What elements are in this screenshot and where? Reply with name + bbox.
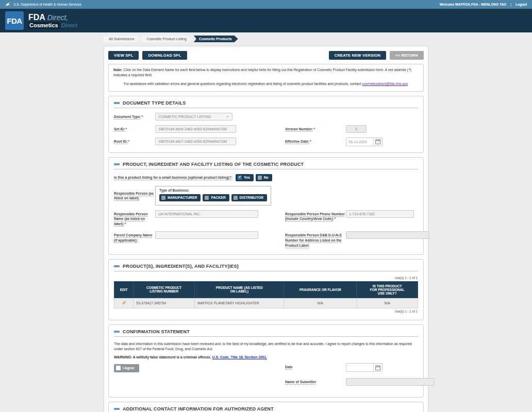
app-banner: FDA FDA Direct, Cosmetics Direct [0, 9, 532, 32]
date-field[interactable] [346, 364, 373, 371]
agency-title: U.S. Department of Health & Human Servic… [13, 3, 81, 6]
logout-link[interactable]: Logout [516, 3, 527, 6]
cell-professional-use: N/A [357, 298, 418, 308]
effective-date-label: Effective Date:* [285, 138, 346, 144]
app-title-fda: FDA [28, 13, 45, 22]
yes-checkbox[interactable]: Yes [236, 174, 254, 181]
effective-date-field[interactable] [346, 138, 373, 146]
table-row: ✎ 53-376417-345754 MAFFICK PLANETARY HIG… [114, 298, 418, 308]
type-of-business-box: Type of Business: MANUFACTURER PACKER DI… [155, 186, 271, 205]
header-professional-use: IS THIS PRODUCT FOR PROFESSIONAL USE ONL… [357, 281, 418, 298]
fda-logo: FDA [5, 11, 24, 30]
responsible-person-name-field[interactable] [155, 210, 258, 218]
app-subtitle-direct: Direct [61, 22, 77, 28]
cell-fragrance: N/A [284, 298, 357, 308]
root-id-field[interactable] [155, 138, 236, 145]
hhs-eagle-icon [5, 2, 11, 7]
distributor-checkbox[interactable]: DISTRIBUTOR [231, 194, 267, 201]
calendar-icon[interactable] [373, 364, 382, 371]
version-number-label: Version Number:* [285, 125, 346, 132]
section-product-ingredient-facility-listing: PRODUCT, INGREDIENT AND FACILITY LISTING… [108, 157, 424, 255]
breadcrumb-all-submissions[interactable]: All Submissions [104, 36, 140, 42]
date-group [346, 363, 383, 372]
us-code-link[interactable]: U.S. Code, Title 18, Section 1001. [212, 355, 267, 359]
unchecked-checkbox-icon [258, 176, 262, 180]
support-email-link[interactable]: cosmeticsdirect@fda.hhs.gov [362, 82, 408, 85]
effective-date-group [346, 138, 383, 146]
topbar-separator: | [510, 3, 511, 6]
document-type-label: Document Type:* [114, 113, 155, 119]
section-title: DOCUMENT TYPE DETAILS [123, 100, 186, 106]
edit-pencil-icon[interactable]: ✎ [122, 300, 126, 306]
collapse-icon[interactable] [114, 331, 120, 333]
section-confirmation-statement: CONFIRMATION STATEMENT The data and info… [108, 324, 424, 398]
section-header: ADDITIONAL CONTACT INFORMATION FOR AUTHO… [114, 406, 418, 412]
set-id-field[interactable] [155, 125, 236, 133]
calendar-icon[interactable] [373, 138, 382, 146]
responsible-person-phone-label: Responsible Person Phone Number (Include… [285, 210, 346, 222]
small-business-toggle: Yes No [236, 174, 272, 181]
return-button[interactable]: << RETURN [390, 51, 424, 60]
chevron-down-icon [226, 115, 229, 118]
unchecked-checkbox-icon [234, 196, 238, 200]
header-fragrance: FRAGRANCE OR FLAVOR [284, 281, 357, 298]
responsible-person-phone-field[interactable] [346, 210, 414, 218]
parent-company-name-field[interactable] [155, 231, 258, 239]
section-additional-contact-info: ADDITIONAL CONTACT INFORMATION FOR AUTHO… [108, 402, 424, 412]
small-business-label: Is this a product listing for a small bu… [114, 175, 232, 180]
name-of-submitter-label: Name of Submitter [285, 378, 346, 385]
section-header: PRODUCT(S), INGREDIENT(S), AND FACILITY(… [114, 264, 418, 271]
note-line2: For assistance with validation errors an… [113, 81, 419, 87]
header-edit: EDIT [114, 281, 134, 298]
duns-number-label: Responsible Person D&B D-U-N-S Number fo… [285, 231, 346, 248]
app-title-direct: Direct, [47, 13, 68, 22]
cell-listing-number: 53-376417-345754 [134, 298, 195, 308]
i-agree-checkbox[interactable]: I Agree [114, 364, 139, 372]
type-of-business-label: Type of Business: [159, 188, 267, 192]
unchecked-checkbox-icon [205, 196, 209, 200]
unchecked-checkbox-icon [116, 366, 121, 370]
unchecked-checkbox-icon [161, 196, 165, 200]
toolbar-spacer [191, 51, 325, 60]
toolbar: VIEW SPL DOWNLOAD SPL CREATE NEW VERSION… [108, 51, 424, 60]
breadcrumb: All Submissions Cosmetic Product Listing… [104, 36, 428, 42]
collapse-icon[interactable] [114, 408, 120, 410]
breadcrumb-cosmetic-product-listing[interactable]: Cosmetic Product Listing [141, 36, 192, 42]
table-header-row: EDIT COSMETIC PRODUCT LISTING NUMBER PRO… [114, 281, 418, 298]
create-new-version-button[interactable]: CREATE NEW VERSION [329, 51, 386, 60]
section-header: PRODUCT, INGREDIENT AND FACILITY LISTING… [114, 162, 418, 169]
section-header: DOCUMENT TYPE DETAILS [114, 100, 418, 108]
collapse-icon[interactable] [114, 265, 120, 267]
page-body: All Submissions Cosmetic Product Listing… [0, 32, 532, 412]
section-title: CONFIRMATION STATEMENT [123, 329, 190, 334]
no-checkbox[interactable]: No [256, 174, 272, 181]
packer-checkbox[interactable]: PACKER [203, 194, 229, 201]
breadcrumb-cosmetic-products[interactable]: Cosmetic Products [194, 36, 238, 42]
header-product-name: PRODUCT NAME (AS LISTED ON LABEL) [195, 281, 284, 298]
row-count-top: row(s) 1 - 1 of 1 [114, 276, 418, 280]
version-number-field[interactable] [346, 125, 367, 133]
header-listing-number: COSMETIC PRODUCT LISTING NUMBER [134, 281, 195, 298]
collapse-icon[interactable] [114, 102, 120, 104]
root-id-label: Root ID:* [114, 138, 155, 144]
section-header: CONFIRMATION STATEMENT [114, 329, 418, 337]
manufacturer-checkbox[interactable]: MANUFACTURER [159, 194, 201, 201]
name-of-submitter-field[interactable] [346, 378, 435, 386]
document-type-select[interactable]: COSMETIC PRODUCT LISTING [155, 113, 232, 121]
agree-container: I Agree [114, 363, 285, 392]
date-label: Date [285, 363, 346, 370]
set-id-label: Set ID:* [114, 125, 155, 132]
view-spl-button[interactable]: VIEW SPL [108, 51, 139, 60]
section-document-type-details: DOCUMENT TYPE DETAILS Document Type:* CO… [108, 96, 424, 153]
form-card: VIEW SPL DOWNLOAD SPL CREATE NEW VERSION… [104, 46, 428, 412]
duns-number-field[interactable] [346, 231, 429, 239]
note-box: Note: Click on the Data Element Name for… [108, 64, 424, 92]
responsible-person-label: Responsible Person (as listed on label): [114, 186, 155, 201]
download-spl-button[interactable]: DOWNLOAD SPL [142, 51, 187, 60]
cell-product-name: MAFFICK PLANETARY HIGHLIGHTER [195, 298, 284, 308]
collapse-icon[interactable] [114, 163, 120, 165]
section-title: ADDITIONAL CONTACT INFORMATION FOR AUTHO… [123, 406, 274, 411]
responsible-person-name-label: Responsible Person Name (as listed on la… [114, 210, 155, 227]
app-subtitle-cosmetics: Cosmetics [28, 22, 60, 29]
row-count-bottom: row(s) 1 - 1 of 1 [114, 310, 418, 313]
